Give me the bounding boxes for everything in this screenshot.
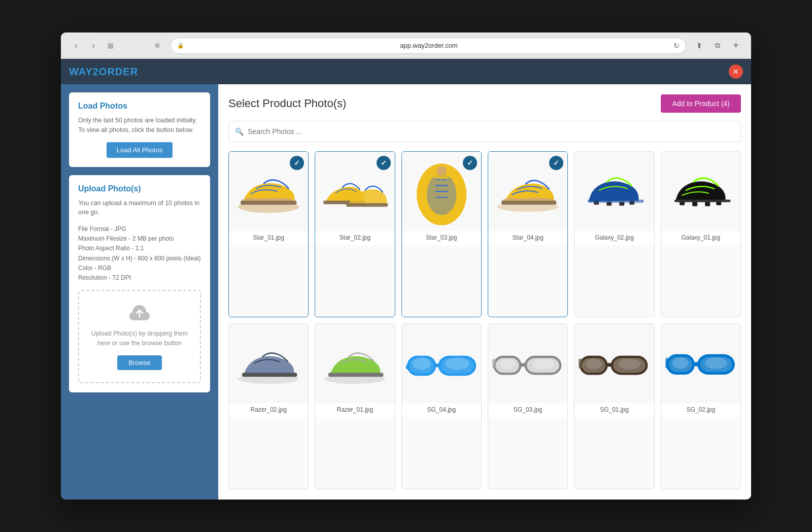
content-header: Select Product Photo(s) Add to Product (… bbox=[228, 94, 741, 113]
svg-point-50 bbox=[586, 359, 602, 370]
photo-thumbnail bbox=[661, 324, 740, 403]
photo-name: Star_02.jpg bbox=[315, 231, 394, 245]
search-bar: 🔍 bbox=[228, 121, 741, 142]
photo-name: Galaxy_01.jpg bbox=[661, 231, 740, 245]
forward-button[interactable]: › bbox=[86, 39, 100, 53]
svg-point-51 bbox=[618, 359, 640, 370]
svg-rect-49 bbox=[579, 359, 582, 369]
photo-name: Star_01.jpg bbox=[229, 231, 308, 245]
svg-rect-57 bbox=[665, 358, 669, 369]
search-input[interactable] bbox=[248, 127, 734, 136]
svg-rect-23 bbox=[674, 200, 730, 202]
photo-item[interactable]: SG_04.jpg bbox=[401, 323, 482, 489]
app-logo: WAY2ORDER bbox=[69, 66, 138, 78]
search-icon: 🔍 bbox=[235, 127, 244, 136]
req-format: File Format - JPG bbox=[78, 224, 201, 234]
req-resolution: Resolution - 72 DPI bbox=[78, 273, 201, 283]
photo-name: SG_01.jpg bbox=[574, 403, 654, 417]
svg-rect-32 bbox=[433, 363, 441, 367]
photo-item[interactable]: ✓Star_02.jpg bbox=[315, 151, 395, 317]
svg-rect-3 bbox=[346, 203, 388, 207]
sidebar: Load Photos Only the last 50 photos are … bbox=[61, 84, 218, 500]
upload-requirements: File Format - JPG Maximum Filesize - 2 M… bbox=[78, 224, 201, 283]
page-title: Select Product Photo(s) bbox=[228, 97, 346, 110]
add-tab-button[interactable]: + bbox=[729, 39, 743, 53]
photo-thumbnail bbox=[229, 324, 308, 403]
photo-item[interactable]: SG_02.jpg bbox=[661, 323, 741, 489]
main-layout: Load Photos Only the last 50 photos are … bbox=[61, 84, 751, 500]
svg-rect-13 bbox=[501, 201, 556, 205]
photo-thumbnail bbox=[402, 324, 481, 403]
svg-rect-41 bbox=[492, 359, 496, 369]
photo-name: SG_02.jpg bbox=[661, 403, 740, 417]
back-button[interactable]: ‹ bbox=[69, 39, 83, 53]
svg-rect-11 bbox=[436, 167, 446, 175]
photo-thumbnail bbox=[661, 152, 740, 231]
tab-overview-button[interactable]: ⊞ bbox=[104, 39, 118, 53]
svg-rect-40 bbox=[519, 363, 527, 367]
photo-thumbnail bbox=[488, 324, 567, 403]
close-app-button[interactable]: ✕ bbox=[729, 64, 743, 79]
photo-item[interactable]: ✓Star_03.jpg bbox=[401, 151, 482, 317]
app-header: WAY2ORDER ✕ bbox=[61, 59, 751, 84]
selected-badge: ✓ bbox=[377, 156, 391, 170]
photo-item[interactable]: SG_01.jpg bbox=[574, 323, 654, 489]
lock-icon: 🔒 bbox=[177, 42, 184, 49]
req-aspect: Photo Aspect Ratio - 1:1 bbox=[78, 244, 201, 253]
photo-grid: ✓Star_01.jpg ✓Star_02.jpg bbox=[228, 151, 741, 489]
reader-mode-button[interactable]: ≡ bbox=[150, 39, 164, 53]
load-all-photos-button[interactable]: Load All Photos bbox=[107, 142, 173, 158]
photo-item[interactable]: ✓Star_04.jpg bbox=[488, 151, 568, 317]
photo-name: Razer_01.jpg bbox=[315, 403, 394, 417]
photo-item[interactable]: ✓Star_01.jpg bbox=[228, 151, 309, 317]
add-to-product-button[interactable]: Add to Product (4) bbox=[661, 94, 741, 113]
nav-buttons: ‹ › ⊞ bbox=[69, 39, 118, 53]
photo-name: SG_04.jpg bbox=[402, 403, 481, 417]
svg-rect-20 bbox=[692, 202, 697, 206]
logo-way: WAY bbox=[69, 66, 93, 77]
photo-thumbnail bbox=[574, 152, 654, 231]
load-photos-card: Load Photos Only the last 50 photos are … bbox=[69, 92, 210, 167]
address-bar[interactable]: 🔒 app.way2order.com ↻ bbox=[171, 38, 686, 54]
logo-order: ORDER bbox=[99, 66, 138, 77]
share-button[interactable]: ⬆ bbox=[692, 39, 706, 53]
svg-rect-48 bbox=[605, 363, 614, 367]
photo-name: Star_04.jpg bbox=[488, 231, 567, 245]
svg-rect-25 bbox=[242, 373, 297, 377]
req-filesize: Maximum Filesize - 2 MB per photo bbox=[78, 234, 201, 244]
selected-badge: ✓ bbox=[463, 156, 477, 170]
upload-cloud-icon bbox=[87, 303, 192, 325]
photo-name: SG_03.jpg bbox=[488, 403, 567, 417]
reload-button[interactable]: ↻ bbox=[673, 42, 680, 50]
drop-zone-text: Upload Photo(s) by dropping them here or… bbox=[87, 329, 192, 348]
photo-item[interactable]: Razer_01.jpg bbox=[315, 323, 395, 489]
load-photos-description: Only the last 50 photos are loaded initi… bbox=[78, 116, 201, 135]
photo-name: Razer_02.jpg bbox=[229, 403, 308, 417]
photo-item[interactable]: Galaxy_02.jpg bbox=[574, 151, 654, 317]
main-content: Select Product Photo(s) Add to Product (… bbox=[218, 84, 751, 500]
new-tab-button[interactable]: ⧉ bbox=[710, 39, 725, 53]
svg-point-35 bbox=[445, 357, 469, 370]
upload-photos-title: Upload Photo(s) bbox=[78, 184, 201, 193]
svg-point-58 bbox=[672, 357, 689, 369]
upload-photos-card: Upload Photo(s) You can upload a maximum… bbox=[69, 175, 210, 392]
svg-point-34 bbox=[413, 357, 430, 370]
svg-rect-56 bbox=[692, 362, 700, 367]
browse-button[interactable]: Browse bbox=[117, 355, 161, 370]
svg-point-59 bbox=[705, 357, 727, 369]
photo-item[interactable]: Galaxy_01.jpg bbox=[661, 151, 741, 317]
photo-item[interactable]: Razer_02.jpg bbox=[228, 323, 309, 489]
photo-item[interactable]: SG_03.jpg bbox=[488, 323, 568, 489]
photo-name: Galaxy_02.jpg bbox=[574, 231, 654, 245]
svg-rect-18 bbox=[588, 200, 644, 203]
svg-point-43 bbox=[532, 359, 554, 370]
upload-drop-zone[interactable]: Upload Photo(s) by dropping them here or… bbox=[78, 290, 201, 383]
browser-toolbar: ‹ › ⊞ ≡ 🔒 app.way2order.com ↻ ⬆ ⧉ + bbox=[61, 32, 751, 59]
svg-rect-27 bbox=[328, 373, 383, 377]
app-container: WAY2ORDER ✕ Load Photos Only the last 50… bbox=[61, 59, 751, 500]
svg-rect-21 bbox=[705, 202, 710, 206]
svg-point-42 bbox=[499, 359, 516, 370]
browser-window: ‹ › ⊞ ≡ 🔒 app.way2order.com ↻ ⬆ ⧉ + WAY2… bbox=[61, 32, 751, 500]
url-text: app.way2order.com bbox=[188, 42, 669, 49]
upload-description: You can upload a maximum of 10 photos in… bbox=[78, 198, 201, 218]
